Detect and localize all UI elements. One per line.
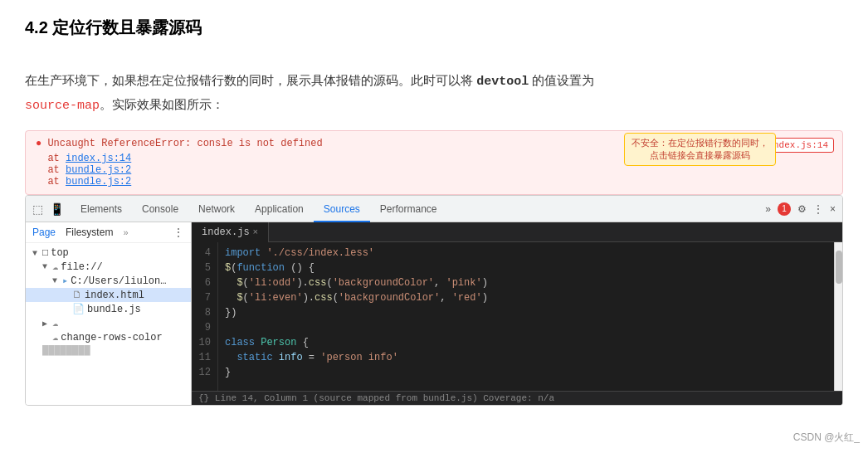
code-tabbar: index.js × [192,222,842,242]
code-lines: import './css/index.less' $(function () … [218,242,834,391]
tree-label-file: file:// [61,261,102,273]
code-line-10: class Person { [225,335,827,350]
tree-arrow-file: ▼ [42,262,52,271]
code-line-7: $('li:even').css('backgroundColor', 'red… [225,290,827,305]
devtools-sidebar: Page Filesystem » ⋮ ▼ □ top ▼ ☁ fil [26,222,192,405]
error-panel: ● Uncaught ReferenceError: consle is not… [25,130,843,195]
intro-paragraph: 在生产环境下，如果想在定位报错行数的同时，展示具体报错的源码。此时可以将 dev… [25,69,843,117]
intro-text-2: 。实际效果如图所示： [100,97,224,111]
intro-text-1: 在生产环境下，如果想在定位报错行数的同时，展示具体报错的源码。此时可以将 [25,73,476,87]
inspector-icon[interactable]: ⬚ [32,202,43,216]
devtools-tabs-right: » 1 ⚙ ⋮ × [765,202,836,216]
tree-label-cpath: C:/Users/liulongbin/Desktop/v [71,275,170,287]
code-tab-close[interactable]: × [253,222,259,242]
more-tabs-icon[interactable]: » [765,203,771,215]
sidebar-menu-icon[interactable]: ⋮ [173,226,184,239]
code-line-blank [225,380,827,391]
tab-network[interactable]: Network [188,196,245,222]
error-annotation-bubble: 不安全：在定位报错行数的同时， 点击链接会直接暴露源码 [624,133,776,166]
code-statusbar: {} Line 14, Column 1 (source mapped from… [192,391,842,405]
devtool-keyword: devtool [476,75,529,89]
tab-elements[interactable]: Elements [71,196,132,222]
tree-item-cpath[interactable]: ▼ ▸ C:/Users/liulongbin/Desktop/v [26,274,191,288]
cloud-icon-1: ☁ [52,261,58,273]
error-link-2[interactable]: bundle.js:2 [66,164,131,176]
code-line-11: static info = 'person info' [225,350,827,365]
tree-label-changerows: change-rows-color [61,332,162,343]
tree-item-indexhtml[interactable]: 🗋 index.html [26,288,191,302]
sidebar-tab-page[interactable]: Page [32,226,56,238]
code-content[interactable]: 4 5 6 7 8 9 10 11 12 14 import './css/in… [192,242,842,391]
code-line-4: import './css/index.less' [225,246,827,261]
tab-application[interactable]: Application [245,196,314,222]
sourcemap-keyword: source-map [25,99,100,113]
code-tab-indexjs[interactable]: index.js × [192,222,269,242]
cloud-icon-2: ☁ [52,317,58,329]
settings-icon[interactable]: ⚙ [797,203,807,215]
tree-item-cloud2[interactable]: ▶ ☁ [26,316,191,330]
tree-label-bundlejs: bundle.js [87,304,141,315]
code-tab-label: index.js [202,222,250,242]
tab-console[interactable]: Console [132,196,188,222]
code-line-6: $('li:odd').css('backgroundColor', 'pink… [225,275,827,290]
tab-sources[interactable]: Sources [314,196,370,222]
tree-label-top: top [51,247,69,259]
code-scrollbar[interactable] [834,242,842,391]
tree-item-file[interactable]: ▼ ☁ file:// [26,260,191,274]
tree-item-bundlejs[interactable]: 📄 bundle.js [26,302,191,316]
tree-arrow-cloud2: ▶ [42,319,52,329]
tree-label-indexhtml: index.html [85,290,144,301]
statusbar-text: {} Line 14, Column 1 (source mapped from… [198,393,554,403]
devtools-panel: ⬚ 📱 Elements Console Network Application… [25,195,843,406]
folder-icon-1: ▸ [62,275,68,287]
page-title: 4.2 定位行数且暴露源码 [25,17,843,39]
file-icon-bundlejs: 📄 [72,303,85,315]
tree-item-changerows[interactable]: ☁ change-rows-color [26,330,191,344]
close-icon[interactable]: × [830,203,836,215]
code-line-12: } [225,365,827,380]
device-icon[interactable]: 📱 [50,202,64,216]
code-line-9 [225,320,827,335]
watermark: CSDN @火红_ [793,431,860,445]
error-badge-count: 1 [778,202,791,216]
tree-item-blurred: ████████ [26,344,191,358]
line-numbers: 4 5 6 7 8 9 10 11 12 14 [192,242,218,391]
sidebar-tabbar: Page Filesystem » ⋮ [26,222,191,243]
sidebar-tab-filesystem[interactable]: Filesystem [66,226,113,238]
tree-item-top[interactable]: ▼ □ top [26,246,191,260]
intro-text-1b: 的值设置为 [529,73,594,87]
error-annotation-wrapper: ● Uncaught ReferenceError: consle is not… [25,130,843,195]
code-line-8: }) [225,305,827,320]
tree-arrow-top: ▼ [32,249,42,258]
error-count-badge: 1 [778,202,791,216]
code-area: index.js × 4 5 6 7 8 9 10 11 12 14 [192,222,842,405]
file-icon-indexhtml: 🗋 [72,289,82,301]
more-menu-icon[interactable]: ⋮ [813,203,823,215]
cloud-icon-changerows: ☁ [52,331,58,343]
error-link-1[interactable]: index.js:14 [66,153,131,164]
code-line-5: $(function () { [225,261,827,275]
tree-arrow-cpath: ▼ [52,276,62,285]
file-tree: ▼ □ top ▼ ☁ file:// ▼ ▸ C:/Users/liulong… [26,243,191,361]
devtools-body: Page Filesystem » ⋮ ▼ □ top ▼ ☁ fil [26,222,842,405]
devtools-tabbar: ⬚ 📱 Elements Console Network Application… [26,196,842,222]
error-link-3[interactable]: bundle.js:2 [66,176,131,188]
scroll-thumb [836,251,842,284]
sidebar-more-icon[interactable]: » [123,227,128,237]
tab-performance[interactable]: Performance [370,196,447,222]
